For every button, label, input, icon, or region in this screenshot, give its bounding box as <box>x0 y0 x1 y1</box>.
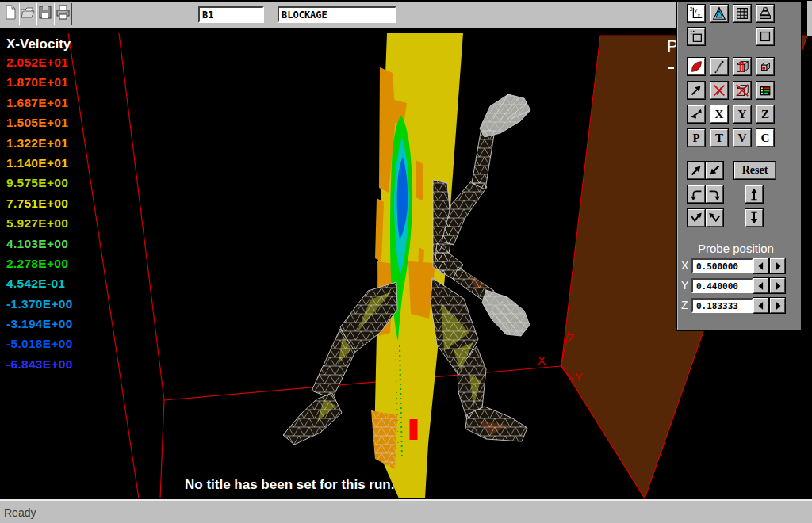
plot-axes-icon: y x 2 <box>688 6 704 21</box>
window-corner-block <box>806 1 812 36</box>
pressure-button[interactable]: P <box>688 129 705 147</box>
tilt-up-button[interactable] <box>745 185 763 203</box>
contour-button[interactable] <box>688 58 705 75</box>
domain-off-icon <box>734 82 750 98</box>
cell-object-button[interactable] <box>756 58 774 75</box>
prism-icon <box>711 6 727 21</box>
legend-entry: 1.322E+01 <box>6 136 73 156</box>
legend-entry: 7.751E+00 <box>6 197 73 216</box>
probe-y-field[interactable] <box>691 278 753 293</box>
contour-leaf-icon <box>688 59 704 74</box>
axis-y-button-label: Y <box>738 108 747 121</box>
dotted-square-icon <box>688 29 704 44</box>
tilt-down-icon <box>746 210 762 226</box>
axis-x-button[interactable]: X <box>710 105 728 123</box>
probe-wand-button[interactable] <box>710 58 728 75</box>
probe-y-label: Y <box>681 279 691 292</box>
grid-button[interactable] <box>733 5 751 22</box>
contour-variable-button[interactable]: C <box>756 129 774 147</box>
prism-button[interactable] <box>710 5 728 22</box>
stack-icon <box>757 6 773 21</box>
new-document-icon <box>2 3 18 22</box>
clipped-text-fragment <box>668 67 674 69</box>
reset-button-label: Reset <box>742 164 768 177</box>
velocity-button-label: V <box>738 132 747 145</box>
axis-z-label: Z <box>567 331 574 345</box>
temperature-button[interactable]: T <box>710 129 728 147</box>
square-icon <box>757 29 773 44</box>
axis-y-button[interactable]: Y <box>733 105 751 123</box>
left-triangle-icon <box>756 300 767 311</box>
legend-entry: -6.843E+00 <box>6 357 73 377</box>
probe-x-decrement-button[interactable] <box>753 258 768 273</box>
probe-z-label: Z <box>681 299 691 311</box>
tilt-down-button[interactable] <box>745 209 763 227</box>
application-window: X Z Y <box>0 0 812 523</box>
legend-entry: 1.687E+01 <box>6 96 73 116</box>
domain-off-button[interactable] <box>733 82 751 99</box>
legend-entry: 2.052E+01 <box>6 55 73 75</box>
probe-y-increment-button[interactable] <box>770 278 785 293</box>
probe-off-button[interactable] <box>710 82 728 99</box>
object-name-field[interactable] <box>278 6 396 23</box>
legend-entries: 2.052E+011.870E+011.687E+011.505E+011.32… <box>6 55 73 377</box>
velocity-button[interactable]: V <box>733 129 751 147</box>
rotate-left-button[interactable] <box>688 185 705 203</box>
roll-right-button[interactable] <box>706 209 723 227</box>
legend-bars-button[interactable] <box>756 82 774 99</box>
svg-text:x: x <box>698 13 701 18</box>
outline-square-button[interactable] <box>756 28 774 45</box>
axis-y-label: Y <box>575 370 583 384</box>
probe-position-title: Probe position <box>698 242 774 255</box>
roll-left-button[interactable] <box>688 209 705 227</box>
reset-view-button[interactable]: Reset <box>734 162 776 179</box>
probe-y-decrement-button[interactable] <box>753 278 768 293</box>
legend-entry: 9.575E+00 <box>6 176 73 196</box>
arrow-down-left-icon <box>707 162 722 178</box>
hook-arrow-left-icon <box>688 186 704 202</box>
run-title-text: No title has been set for this run. <box>185 477 394 493</box>
legend-entry: 1.140E+01 <box>6 156 73 176</box>
grid-icon <box>734 6 750 21</box>
probe-z-field[interactable] <box>691 298 753 313</box>
legend-entry: 5.927E+00 <box>6 216 73 236</box>
pressure-button-label: P <box>692 132 699 145</box>
open-file-button[interactable] <box>19 3 37 25</box>
probe-snap-button[interactable] <box>688 105 705 123</box>
hook-arrow-right-icon <box>707 186 722 202</box>
probe-x-increment-button[interactable] <box>770 258 785 273</box>
right-triangle-icon <box>772 300 783 311</box>
open-folder-icon <box>20 3 36 22</box>
probe-z-increment-button[interactable] <box>770 298 785 313</box>
domain-slice-button[interactable] <box>733 58 751 75</box>
save-button[interactable] <box>36 3 55 25</box>
new-file-button[interactable] <box>2 3 20 25</box>
zoom-in-button[interactable] <box>688 162 705 179</box>
probe-z-decrement-button[interactable] <box>753 298 768 313</box>
probe-x-field[interactable] <box>691 258 753 273</box>
rotate-right-button[interactable] <box>706 185 723 203</box>
domain-slice-icon <box>734 59 750 74</box>
legend-entry: 1.505E+01 <box>6 116 73 136</box>
contour-variable-button-label: C <box>761 132 770 145</box>
color-bars-icon <box>757 82 773 98</box>
probe-wand-icon <box>711 59 727 74</box>
temperature-button-label: T <box>715 132 723 145</box>
vector-arrow-button[interactable] <box>688 82 705 99</box>
stack-button[interactable] <box>756 5 774 22</box>
probe-x-label: X <box>681 259 691 272</box>
zoom-out-button[interactable] <box>706 162 723 179</box>
axis-z-button[interactable]: Z <box>756 105 774 123</box>
legend-entry: 2.278E+00 <box>6 257 73 277</box>
arrow-ne-icon <box>688 82 704 98</box>
legend-title: X-Velocity <box>6 36 73 52</box>
dotted-square-button[interactable] <box>688 28 705 45</box>
plot-axes-button[interactable]: y x 2 <box>688 5 705 22</box>
zigzag-arrow-right-icon <box>707 210 722 226</box>
status-text: Ready <box>4 506 36 519</box>
print-button[interactable] <box>54 3 72 25</box>
cell-object-icon <box>757 59 773 74</box>
arrow-up-right-icon <box>688 162 704 178</box>
axis-z-button-label: Z <box>761 108 769 121</box>
run-id-field[interactable] <box>198 6 264 23</box>
